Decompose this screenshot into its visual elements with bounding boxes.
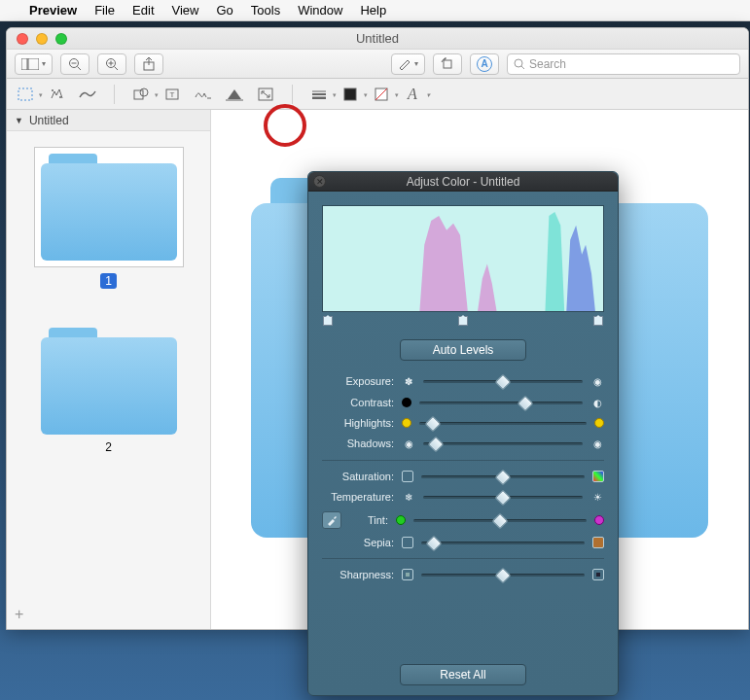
close-panel-button[interactable]: ✕ [313, 175, 326, 188]
markup-toggle-button[interactable]: A [470, 53, 499, 75]
menu-file[interactable]: File [94, 3, 115, 18]
page-number-badge: 1 [100, 273, 117, 289]
text-style-button[interactable]: A [404, 86, 421, 103]
saturation-slider[interactable] [421, 475, 585, 478]
svg-rect-14 [18, 88, 32, 100]
sharpness-slider[interactable] [421, 574, 585, 577]
svg-line-6 [115, 66, 119, 70]
levels-control[interactable] [322, 312, 604, 326]
adjust-color-panel[interactable]: ✕ Adjust Color - Untitled Auto Levels [307, 171, 619, 696]
markup-toolbar: T A [7, 79, 748, 110]
tint-label: Tint: [349, 514, 388, 526]
text-tool-button[interactable]: T [163, 86, 181, 103]
sharpness-low-icon [402, 569, 413, 580]
levels-white-handle[interactable] [593, 316, 603, 326]
svg-rect-0 [21, 58, 27, 70]
sepia-row: Sepia: [322, 537, 604, 548]
contrast-slider[interactable] [419, 402, 583, 404]
menu-edit[interactable]: Edit [132, 3, 154, 18]
zoom-in-button[interactable] [97, 53, 126, 75]
panel-title: Adjust Color - Untitled [407, 175, 520, 189]
highlight-button[interactable] [391, 53, 425, 75]
highlights-row: Highlights: [322, 417, 604, 429]
sepia-slider[interactable] [421, 542, 585, 544]
highlights-low-icon [402, 418, 411, 428]
exposure-row: Exposure: ✽ ◉ [322, 374, 604, 388]
svg-rect-17 [134, 90, 143, 99]
svg-line-3 [78, 66, 82, 70]
svg-line-13 [521, 66, 524, 69]
sepia-label: Sepia: [322, 537, 394, 548]
selection-tool-button[interactable] [17, 86, 34, 103]
saturation-high-icon [592, 471, 604, 482]
thumbnails-sidebar: ▼ Untitled 1 2 + [7, 110, 211, 629]
exposure-low-icon: ✽ [402, 374, 415, 388]
sepia-high-icon [592, 537, 604, 548]
folder-icon [41, 328, 177, 435]
sepia-low-icon [402, 537, 413, 548]
folder-icon [41, 154, 177, 261]
titlebar[interactable]: Untitled [7, 28, 748, 50]
tint-low-icon [396, 515, 406, 525]
svg-rect-29 [344, 88, 356, 100]
highlights-slider[interactable] [419, 422, 587, 425]
markup-icon: A [477, 56, 492, 72]
highlights-high-icon [594, 418, 604, 428]
saturation-low-icon [402, 471, 413, 482]
menu-help[interactable]: Help [360, 3, 386, 18]
instant-alpha-button[interactable] [48, 86, 65, 103]
shadows-low-icon: ◉ [402, 437, 415, 450]
search-icon [514, 58, 525, 70]
search-field[interactable]: Search [507, 53, 740, 75]
highlights-label: Highlights: [322, 417, 394, 429]
rotate-button[interactable] [433, 53, 462, 75]
reset-all-button[interactable]: Reset All [400, 664, 526, 685]
svg-point-16 [59, 96, 61, 98]
sign-button[interactable] [195, 86, 212, 103]
menu-go[interactable]: Go [216, 3, 232, 18]
exposure-slider[interactable] [423, 380, 583, 383]
thumbnail-page-1[interactable]: 1 [34, 147, 184, 289]
shadows-slider[interactable] [423, 442, 583, 445]
window-title: Untitled [7, 31, 748, 46]
menu-window[interactable]: Window [298, 3, 342, 18]
svg-point-15 [52, 89, 54, 91]
adjust-color-button[interactable] [226, 86, 243, 103]
temperature-slider[interactable] [423, 496, 583, 499]
tint-eyedropper-button[interactable] [322, 511, 341, 529]
levels-mid-handle[interactable] [458, 316, 468, 326]
sharpness-high-icon [592, 569, 604, 580]
disclosure-triangle-icon[interactable]: ▼ [15, 116, 23, 125]
add-page-button[interactable]: + [15, 606, 23, 623]
shadows-label: Shadows: [322, 438, 394, 449]
shadows-row: Shadows: ◉ ◉ [322, 437, 604, 450]
contrast-label: Contrast: [322, 397, 394, 408]
view-mode-button[interactable] [15, 53, 53, 75]
svg-point-12 [515, 59, 522, 67]
menu-tools[interactable]: Tools [251, 3, 280, 18]
border-color-button[interactable] [341, 86, 359, 103]
auto-levels-button[interactable]: Auto Levels [400, 339, 526, 361]
tint-slider[interactable] [413, 519, 587, 522]
panel-titlebar[interactable]: ✕ Adjust Color - Untitled [308, 172, 618, 192]
svg-text:T: T [170, 90, 175, 99]
share-button[interactable] [134, 53, 163, 75]
shadows-high-icon: ◉ [590, 437, 604, 450]
shape-style-button[interactable] [310, 86, 328, 103]
sharpness-label: Sharpness: [322, 569, 394, 580]
sidebar-header[interactable]: ▼ Untitled [7, 110, 210, 131]
adjust-size-button[interactable] [257, 86, 274, 103]
zoom-out-button[interactable] [60, 53, 89, 75]
sketch-tool-button[interactable] [79, 86, 96, 103]
svg-marker-22 [228, 89, 241, 99]
shapes-button[interactable] [132, 86, 150, 103]
thumbnail-page-2[interactable]: 2 [41, 328, 177, 454]
page-number-label: 2 [105, 440, 112, 454]
menu-view[interactable]: View [172, 3, 199, 18]
app-menu[interactable]: Preview [29, 3, 77, 18]
contrast-high-icon: ◐ [590, 396, 604, 409]
levels-black-handle[interactable] [323, 316, 333, 326]
histogram [322, 205, 604, 312]
temperature-high-icon: ☀ [590, 490, 604, 504]
fill-color-button[interactable] [373, 86, 390, 103]
